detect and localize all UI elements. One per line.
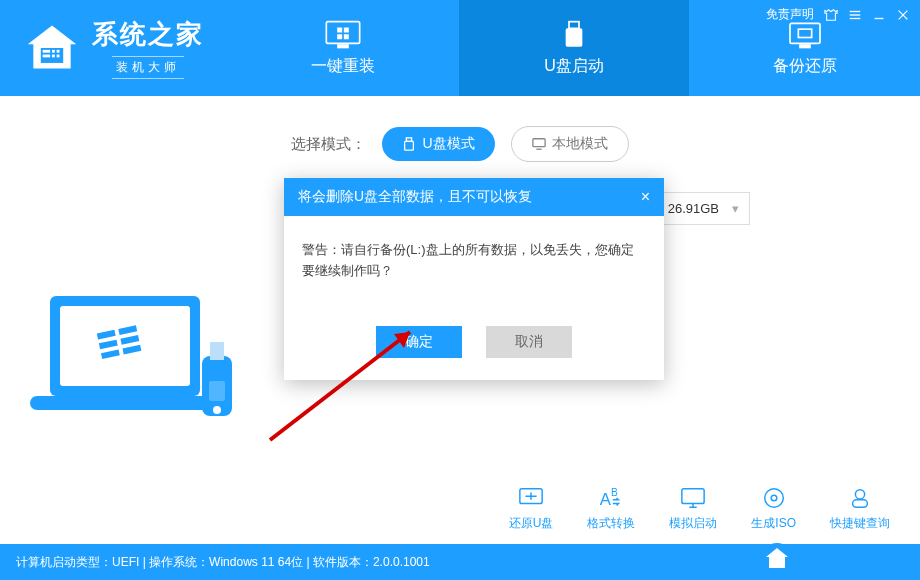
- tools-row: 还原U盘 AB 格式转换 模拟启动 生成ISO 快捷键查询: [509, 485, 890, 532]
- tool-make-iso[interactable]: 生成ISO: [751, 485, 796, 532]
- svg-point-37: [771, 495, 777, 501]
- usb-boot-icon: [554, 20, 594, 50]
- svg-text:B: B: [611, 487, 618, 498]
- mode-usb-button[interactable]: U盘模式: [382, 127, 494, 161]
- svg-text:A: A: [600, 490, 612, 509]
- svg-rect-9: [57, 50, 60, 53]
- tool-label: 生成ISO: [751, 515, 796, 532]
- svg-rect-16: [790, 23, 820, 43]
- mode-local-button[interactable]: 本地模式: [511, 126, 629, 162]
- close-icon[interactable]: [896, 8, 910, 22]
- restore-usb-icon: [516, 485, 546, 511]
- svg-rect-27: [210, 342, 224, 360]
- hotkey-icon: [845, 485, 875, 511]
- svg-rect-33: [682, 489, 704, 504]
- svg-rect-7: [43, 55, 50, 58]
- logo-subtitle: 装机大师: [112, 56, 184, 79]
- disclaimer-link[interactable]: 免责声明: [766, 6, 814, 23]
- minimize-icon[interactable]: [872, 8, 886, 22]
- svg-rect-20: [405, 141, 414, 150]
- modal-cancel-button[interactable]: 取消: [486, 326, 572, 358]
- tool-simulate-boot[interactable]: 模拟启动: [669, 485, 717, 532]
- iso-icon: [759, 485, 789, 511]
- svg-point-36: [764, 489, 783, 508]
- svg-rect-15: [566, 28, 583, 46]
- logo-title: 系统之家: [92, 17, 204, 52]
- svg-point-28: [213, 406, 221, 414]
- tool-label: 格式转换: [587, 515, 635, 532]
- status-text: 计算机启动类型：UEFI | 操作系统：Windows 11 64位 | 软件版…: [16, 554, 430, 571]
- laptop-usb-illustration: [30, 286, 260, 466]
- mode-local-label: 本地模式: [552, 135, 608, 153]
- modal-ok-button[interactable]: 确定: [376, 326, 462, 358]
- svg-rect-39: [853, 500, 868, 507]
- svg-rect-29: [209, 381, 225, 401]
- svg-rect-13: [338, 45, 348, 48]
- mode-row: 选择模式： U盘模式 本地模式: [40, 126, 880, 162]
- modal-body: 警告：请自行备份(L:)盘上的所有数据，以免丢失，您确定要继续制作吗？: [284, 216, 664, 312]
- simulate-boot-icon: [678, 485, 708, 511]
- modal-close-button[interactable]: ×: [641, 188, 650, 206]
- reinstall-icon: [323, 20, 363, 50]
- tool-label: 快捷键查询: [830, 515, 890, 532]
- watermark-logo-icon: [760, 542, 794, 576]
- house-logo-icon: [24, 20, 80, 76]
- mode-label: 选择模式：: [291, 135, 366, 154]
- svg-rect-11: [57, 55, 60, 58]
- svg-rect-18: [800, 45, 810, 48]
- tool-restore-usb[interactable]: 还原U盘: [509, 485, 554, 532]
- skin-icon[interactable]: [824, 8, 838, 22]
- svg-rect-17: [798, 29, 811, 37]
- tab-usb-boot[interactable]: U盘启动: [459, 0, 690, 96]
- svg-point-38: [855, 490, 864, 499]
- tab-label: 备份还原: [773, 56, 837, 77]
- svg-rect-24: [60, 306, 190, 386]
- tool-label: 还原U盘: [509, 515, 554, 532]
- tab-label: U盘启动: [544, 56, 604, 77]
- usb-small-icon: [402, 137, 416, 151]
- svg-rect-8: [52, 50, 55, 53]
- modal-title: 将会删除U盘全部数据，且不可以恢复: [298, 188, 532, 206]
- tool-format-convert[interactable]: AB 格式转换: [587, 485, 635, 532]
- watermark-text: 电脑系统网: [800, 544, 910, 574]
- svg-rect-21: [532, 139, 544, 147]
- svg-rect-14: [569, 21, 579, 28]
- watermark: 电脑系统网 www.dnxtw.com: [760, 542, 910, 576]
- menu-icon[interactable]: [848, 8, 862, 22]
- svg-rect-25: [30, 396, 220, 410]
- app-header: 免责声明 系统之家 装机大师: [0, 0, 920, 96]
- modal-footer: 确定 取消: [284, 312, 664, 380]
- backup-icon: [785, 20, 825, 50]
- confirm-modal: 将会删除U盘全部数据，且不可以恢复 × 警告：请自行备份(L:)盘上的所有数据，…: [284, 178, 664, 380]
- tab-reinstall[interactable]: 一键重装: [228, 0, 459, 96]
- tab-label: 一键重装: [311, 56, 375, 77]
- logo-block: 系统之家 装机大师: [0, 0, 228, 96]
- tool-label: 模拟启动: [669, 515, 717, 532]
- window-controls: 免责声明: [766, 6, 910, 23]
- svg-rect-10: [52, 55, 55, 58]
- svg-rect-6: [43, 50, 50, 53]
- modal-header: 将会删除U盘全部数据，且不可以恢复 ×: [284, 178, 664, 216]
- svg-rect-12: [327, 21, 360, 43]
- mode-usb-label: U盘模式: [422, 135, 474, 153]
- tool-hotkey-lookup[interactable]: 快捷键查询: [830, 485, 890, 532]
- format-convert-icon: AB: [596, 485, 626, 511]
- monitor-small-icon: [532, 137, 546, 151]
